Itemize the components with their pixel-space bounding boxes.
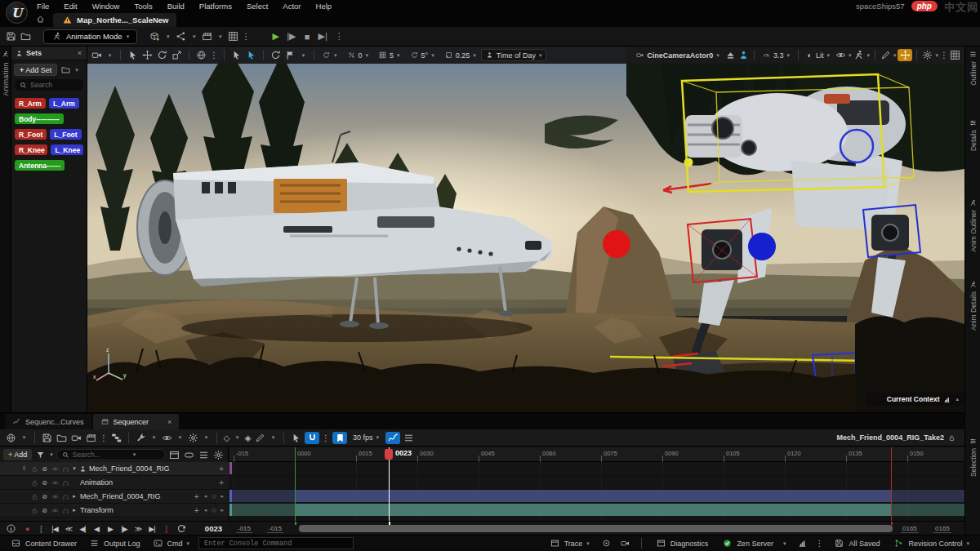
working-range-start-field[interactable]: -015 [267, 525, 283, 533]
next-key-icon[interactable]: ≫ [135, 525, 142, 533]
eye-icon[interactable] [51, 478, 59, 487]
menu-item-build[interactable]: Build [160, 0, 192, 12]
chevron-down-icon[interactable]: ▾ [234, 434, 241, 441]
current-context-badge[interactable]: Current Context ▴ [866, 393, 964, 406]
cmd-dropdown[interactable]: Cmd ▾ [149, 537, 194, 550]
panel-tab-anim-outliner[interactable]: Anim Outliner [965, 198, 980, 252]
track-row-mech_friend_0004_rig[interactable]: ⊘▾Mech_Friend_0004_RIG+ [0, 462, 229, 476]
camera-actor-dropdown[interactable]: CineCameraActor0 ▾ [632, 49, 724, 61]
edit-mode-icon[interactable] [290, 432, 302, 444]
set-tag-l_foot[interactable]: L_Foot [50, 129, 81, 140]
chevron-down-icon[interactable]: ▾ [106, 52, 114, 59]
view-range-start-field[interactable]: -015 [236, 525, 252, 533]
zen-server-dropdown[interactable]: Zen Server ▾ [718, 537, 790, 550]
ellipsis-icon[interactable]: ⋮ [322, 433, 330, 442]
content-browser-icon[interactable] [20, 30, 32, 42]
view-range-end-field[interactable]: 0165 [933, 525, 951, 533]
close-icon[interactable]: × [76, 49, 83, 57]
play-icon[interactable]: ▶ [107, 525, 114, 533]
track-row-mech_friend_0004_rig[interactable]: ⊘▸Mech_Friend_0004_RIG+◂ ◇ ▸ [0, 490, 229, 504]
chevron-down-icon[interactable]: ▾ [75, 67, 78, 73]
auto-key-icon[interactable]: ◈ [244, 433, 252, 442]
to-end-icon[interactable]: ▶| [149, 525, 156, 533]
grid-snap-control[interactable]: 5▾ [375, 49, 404, 61]
add-section-icon[interactable]: + [219, 478, 224, 487]
curve-editor-icon[interactable] [385, 432, 400, 444]
eye-icon[interactable] [51, 492, 59, 500]
menu-item-tools[interactable]: Tools [127, 0, 159, 12]
actor-snap-icon[interactable] [245, 49, 257, 61]
viewport-settings-icon[interactable] [921, 49, 933, 61]
expander-icon[interactable]: ▾ [70, 465, 78, 472]
edit-icon[interactable] [254, 432, 266, 444]
timeline-ruler[interactable]: -015000000150030004500600075009001050120… [229, 447, 964, 462]
set-tag-l_arm[interactable]: L_Arm [49, 98, 79, 109]
chevron-down-icon[interactable]: ▾ [203, 434, 210, 441]
revision-control-dropdown[interactable]: Revision Control ▾ [889, 537, 973, 550]
chevron-down-icon[interactable]: ▾ [176, 434, 184, 441]
headphone-icon[interactable] [61, 506, 69, 514]
lock-icon[interactable] [30, 478, 38, 487]
coord-system-icon[interactable] [195, 49, 207, 61]
content-drawer-button[interactable]: Content Drawer [7, 537, 80, 550]
to-front-icon[interactable]: |◀ [51, 525, 59, 533]
add-section-icon[interactable]: + [194, 506, 199, 515]
home-icon[interactable] [34, 13, 47, 25]
filter-icon[interactable] [34, 449, 47, 461]
menu-item-file[interactable]: File [29, 0, 56, 12]
headphone-icon[interactable] [61, 464, 69, 473]
hierarchy-icon[interactable] [110, 432, 122, 444]
sets-search[interactable] [15, 79, 83, 91]
expander-icon[interactable]: ▸ [70, 493, 78, 500]
menu-item-help[interactable]: Help [309, 0, 340, 12]
trace-dropdown[interactable]: Trace ▾ [546, 537, 594, 550]
set-tag-r_knee[interactable]: R_Knee [15, 144, 47, 155]
timeline-range-bar[interactable]: -015 -015 0165 0165 [229, 521, 964, 535]
mute-icon[interactable]: ⊘ [41, 493, 48, 500]
sets-search-input[interactable] [30, 81, 78, 89]
chevron-down-icon[interactable]: ▾ [164, 33, 172, 40]
pilot-icon[interactable] [737, 49, 750, 61]
set-end-icon[interactable]: ] [163, 525, 170, 533]
stop-icon[interactable]: ■ [304, 32, 311, 42]
step-back-icon[interactable]: ◀| [79, 525, 87, 533]
menu-item-select[interactable]: Select [239, 0, 275, 12]
set-tag-r_foot[interactable]: R_Foot [15, 129, 47, 140]
tab-sequencer[interactable]: Sequencer × [93, 414, 180, 429]
browse-icon[interactable] [56, 432, 68, 444]
panel-tab-selection[interactable]: Selection [965, 437, 980, 477]
move-icon[interactable] [141, 49, 154, 61]
track-lane-mech_friend_0004_rig[interactable] [229, 462, 964, 476]
track-lane-mech_friend_0004_rig[interactable] [229, 490, 964, 504]
set-start-icon[interactable]: [ [38, 525, 45, 533]
eject-icon[interactable] [724, 49, 737, 61]
eye-icon[interactable] [51, 506, 59, 514]
diagnostics-button[interactable]: Diagnostics [652, 537, 712, 550]
step-forward-icon[interactable]: |▶ [121, 525, 128, 533]
current-frame-field[interactable]: 0023 [205, 524, 225, 533]
rotate-icon[interactable] [156, 49, 168, 61]
fps-dropdown[interactable]: 30 fps ▾ [349, 433, 384, 442]
set-tag-r_arm[interactable]: R_Arm [15, 98, 46, 109]
brush-icon[interactable] [880, 49, 892, 61]
all-saved-button[interactable]: All Saved [830, 537, 883, 550]
save-icon[interactable] [41, 432, 53, 444]
section-active-range[interactable] [295, 504, 891, 516]
select-icon[interactable] [127, 49, 139, 61]
ellipsis-icon[interactable]: ⋮ [100, 433, 108, 442]
chevron-down-icon[interactable]: ▾ [50, 451, 53, 458]
animation-tab-icon[interactable] [1, 50, 10, 59]
preview-scene-dropdown[interactable]: Time of Day ▾ [481, 49, 547, 61]
viewport-options-icon[interactable] [91, 49, 103, 61]
scale-snap-control[interactable]: 0.25▾ [441, 49, 480, 61]
mute-icon[interactable]: ⊘ [41, 465, 48, 473]
headphone-icon[interactable] [61, 492, 69, 500]
viewport-scene[interactable] [87, 47, 964, 412]
set-tag-l_knee[interactable]: L_Knee [51, 144, 83, 155]
ellipsis-icon[interactable]: ⋮ [815, 539, 823, 548]
chevron-down-icon[interactable]: ▾ [216, 33, 224, 40]
track-lane-animation[interactable] [229, 476, 964, 490]
view-options-icon[interactable] [161, 432, 173, 444]
lock-icon[interactable] [947, 433, 956, 442]
chevron-down-icon[interactable]: ▾ [20, 434, 28, 441]
